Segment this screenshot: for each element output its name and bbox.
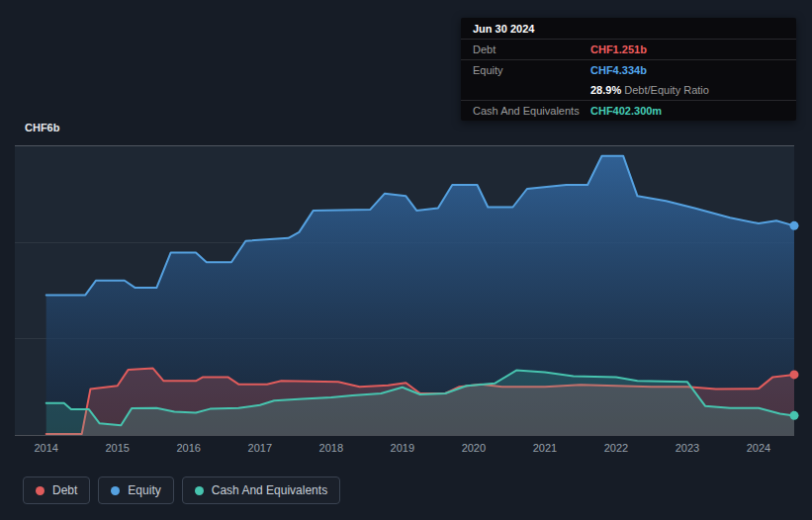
legend-debt-label: Debt xyxy=(52,483,77,497)
tooltip-debt-row: Debt CHF1.251b xyxy=(461,39,796,59)
tooltip-cash-value: CHF402.300m xyxy=(590,105,796,117)
debt-equity-history-panel: CHF6b CHF0 20142015201620172018201920202… xyxy=(0,0,812,520)
legend-equity-label: Equity xyxy=(128,483,160,497)
svg-text:2018: 2018 xyxy=(319,442,343,454)
legend-item-debt[interactable]: Debt xyxy=(23,477,90,504)
plot-area: 2014201520162017201820192020202120222023… xyxy=(15,145,794,465)
debt-equity-plot[interactable]: 2014201520162017201820192020202120222023… xyxy=(15,145,794,465)
svg-text:2022: 2022 xyxy=(604,442,628,454)
tooltip-debt-value: CHF1.251b xyxy=(590,43,796,55)
legend-item-cash[interactable]: Cash And Equivalents xyxy=(182,477,340,504)
tooltip-cash-row: Cash And Equivalents CHF402.300m xyxy=(461,100,796,121)
tooltip-cash-label: Cash And Equivalents xyxy=(461,105,590,117)
tooltip-ratio-row: 28.9% Debt/Equity Ratio xyxy=(461,80,796,100)
svg-text:2019: 2019 xyxy=(391,442,414,454)
tooltip-equity-value: CHF4.334b xyxy=(590,64,796,76)
svg-text:2015: 2015 xyxy=(105,442,129,454)
chart-tooltip: Jun 30 2024 Debt CHF1.251b Equity CHF4.3… xyxy=(461,18,796,121)
tooltip-ratio-value: 28.9% Debt/Equity Ratio xyxy=(590,84,796,96)
svg-text:2016: 2016 xyxy=(177,442,201,454)
svg-text:2020: 2020 xyxy=(462,442,486,454)
equity-legend-dot-icon xyxy=(111,486,120,495)
svg-text:2021: 2021 xyxy=(533,442,557,454)
tooltip-equity-row: Equity CHF4.334b xyxy=(461,59,796,80)
y-axis-max-label: CHF6b xyxy=(25,122,59,133)
tooltip-date: Jun 30 2024 xyxy=(461,18,796,39)
svg-text:2017: 2017 xyxy=(248,442,272,454)
svg-text:2024: 2024 xyxy=(747,442,770,454)
tooltip-debt-label: Debt xyxy=(461,43,590,55)
chart-legend: Debt Equity Cash And Equivalents xyxy=(23,477,340,504)
svg-text:2023: 2023 xyxy=(676,442,699,454)
cash-legend-dot-icon xyxy=(195,486,204,495)
debt-legend-dot-icon xyxy=(36,486,45,495)
tooltip-equity-label: Equity xyxy=(461,64,590,76)
legend-cash-label: Cash And Equivalents xyxy=(212,483,327,497)
legend-item-equity[interactable]: Equity xyxy=(98,477,173,504)
svg-text:2014: 2014 xyxy=(34,442,57,454)
